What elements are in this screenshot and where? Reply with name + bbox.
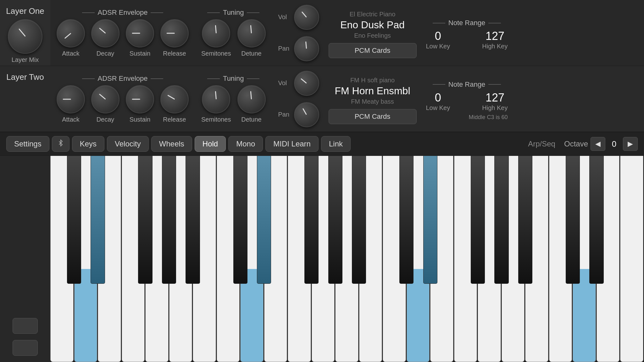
release-knob-2[interactable] — [160, 85, 189, 113]
decay-knob-2[interactable] — [91, 85, 119, 113]
detune-group-1: Detune — [237, 19, 266, 57]
pcm-cards-btn-2[interactable]: PCM Cards — [329, 109, 417, 124]
preset-above-2: FM H soft piano — [329, 77, 417, 84]
black-key[interactable] — [471, 156, 485, 284]
pan-label-1: Pan — [278, 45, 291, 52]
octave-label: Octave — [564, 140, 588, 148]
preset-below-1: Eno Feelings — [329, 32, 417, 39]
high-key-num-1: 127 — [486, 30, 504, 43]
layer-mix-label: Layer Mix — [12, 56, 39, 63]
tuning-line-left — [207, 13, 220, 13]
octave-right-button[interactable]: ▶ — [623, 137, 638, 151]
layer-two-label-area: Layer Two — [0, 66, 50, 132]
semitones-group-1: Semitones — [201, 19, 231, 57]
release-label-1: Release — [163, 50, 186, 57]
high-key-2: 127 High Key — [482, 91, 508, 112]
black-key[interactable] — [162, 156, 176, 284]
white-key[interactable] — [620, 156, 643, 362]
layer-two-note-range: Note Range 0 Low Key 127 High Key Middle… — [426, 77, 508, 121]
decay-label-2: Decay — [97, 116, 114, 123]
tuning-header-1: Tuning — [207, 8, 259, 17]
pcm-cards-btn-1[interactable]: PCM Cards — [329, 43, 417, 58]
black-key[interactable] — [138, 156, 152, 284]
detune-knob-1[interactable] — [237, 19, 266, 47]
attack-knob-2[interactable] — [57, 85, 85, 113]
release-knob-1[interactable] — [160, 19, 189, 47]
black-key[interactable] — [589, 156, 603, 284]
bluetooth-button[interactable] — [52, 136, 69, 152]
sustain-knob-2[interactable] — [126, 85, 154, 113]
black-key[interactable] — [518, 156, 532, 284]
layer-mix-knob[interactable] — [8, 19, 42, 54]
layer-one-tuning: Tuning Semitones Detune — [201, 8, 266, 57]
preset-main-2: FM Horn Ensmbl — [329, 85, 417, 97]
black-key[interactable] — [328, 156, 342, 284]
black-key[interactable] — [67, 156, 81, 284]
low-key-label-2: Low Key — [426, 104, 450, 112]
sustain-label-2: Sustain — [130, 116, 151, 123]
decay-label-1: Decay — [97, 50, 114, 57]
black-key[interactable] — [257, 156, 271, 284]
nr-line-right-1 — [488, 23, 501, 23]
octave-controls: ◀ 0 ▶ — [591, 137, 638, 151]
adsr-header-1: ADSR Envelope — [82, 8, 164, 17]
black-key[interactable] — [494, 156, 508, 284]
midi-learn-button[interactable]: MIDI Learn — [265, 136, 319, 152]
semitones-label-2: Semitones — [201, 116, 231, 123]
black-key[interactable] — [566, 156, 580, 284]
settings-button[interactable]: Settings — [6, 136, 49, 152]
release-label-2: Release — [163, 116, 186, 123]
layer-one-row: Layer One Layer Mix ADSR Envelope — [0, 0, 644, 66]
preset-below-2: FM Meaty bass — [329, 98, 417, 105]
octave-value: 0 — [608, 139, 620, 149]
nr-line-left-1 — [433, 23, 445, 23]
black-key[interactable] — [91, 156, 105, 284]
black-key[interactable] — [233, 156, 247, 284]
layer-two-preset: FM H soft piano FM Horn Ensmbl FM Meaty … — [329, 74, 417, 124]
octave-left-button[interactable]: ◀ — [591, 137, 605, 151]
layer-one-note-range: Note Range 0 Low Key 127 High Key — [426, 16, 508, 50]
pan-knob-1[interactable] — [294, 36, 319, 61]
semitones-knob-2[interactable] — [202, 85, 230, 113]
middle-c-label: Middle C3 is 60 — [469, 114, 508, 120]
piano-small-btn-2[interactable] — [13, 340, 38, 356]
layer-two-adsr: ADSR Envelope Attack Decay — [57, 74, 189, 123]
attack-knob-1[interactable] — [57, 19, 85, 47]
vol-knob-1[interactable] — [294, 5, 319, 30]
link-button[interactable]: Link — [321, 136, 351, 152]
decay-group-1: Decay — [91, 19, 119, 57]
attack-group-1: Attack — [57, 19, 85, 57]
decay-knob-1[interactable] — [91, 19, 119, 47]
piano-small-btn-1[interactable] — [13, 318, 38, 334]
pan-knob-2[interactable] — [294, 102, 319, 127]
keys-button[interactable]: Keys — [72, 136, 104, 152]
black-key[interactable] — [352, 156, 366, 284]
tuning-header-2: Tuning — [207, 74, 259, 83]
wheels-button[interactable]: Wheels — [151, 136, 192, 152]
low-key-2: 0 Low Key — [426, 91, 450, 112]
attack-group-2: Attack — [57, 85, 85, 123]
piano-wrapper — [50, 156, 644, 362]
pan-label-2: Pan — [278, 111, 291, 118]
pan-row-1: Pan — [278, 36, 319, 61]
black-key[interactable] — [304, 156, 319, 284]
high-key-1: 127 High Key — [482, 30, 508, 50]
semitones-knob-1[interactable] — [202, 19, 230, 47]
sustain-knob-1[interactable] — [126, 19, 154, 47]
piano-container — [0, 156, 644, 362]
vol-label-1: Vol — [278, 14, 291, 21]
vol-knob-2[interactable] — [294, 71, 319, 96]
layer-two-label: Layer Two — [6, 72, 44, 82]
preset-main-1: Eno Dusk Pad — [329, 19, 417, 31]
black-key[interactable] — [423, 156, 437, 284]
detune-knob-2[interactable] — [237, 85, 266, 113]
hold-button[interactable]: Hold — [195, 136, 226, 152]
low-key-1: 0 Low Key — [426, 30, 450, 50]
black-key[interactable] — [186, 156, 200, 284]
mono-button[interactable]: Mono — [228, 136, 263, 152]
header-line-left — [82, 13, 95, 13]
black-key[interactable] — [399, 156, 414, 284]
note-range-values-2: 0 Low Key 127 High Key — [426, 91, 508, 112]
high-key-label-1: High Key — [482, 43, 508, 50]
velocity-button[interactable]: Velocity — [107, 136, 149, 152]
